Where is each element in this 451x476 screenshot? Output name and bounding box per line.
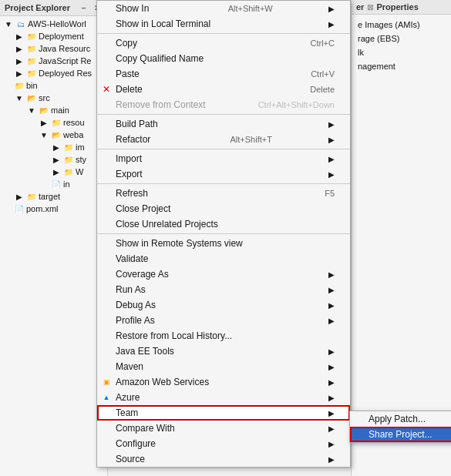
folder-icon: 📁 [63,166,74,177]
menu-item-run-as[interactable]: Run As ▶ [97,282,350,297]
menu-label: Paste [116,69,140,79]
arrow-icon: ▶ [328,317,335,325]
tree-item-weba[interactable]: ▼ 📂 weba [0,129,107,141]
tree-item-deployed[interactable]: ▶ 📁 Deployed Res [0,67,107,79]
right-panel-item-management[interactable]: nagement [356,59,446,73]
arrow-icon: ▶ [328,363,335,371]
menu-item-export[interactable]: Export ▶ [97,166,350,182]
right-panel-item-ebs[interactable]: rage (EBS) [356,32,446,45]
menu-separator [97,149,350,149]
menu-item-validate[interactable]: Validate [97,251,350,266]
menu-item-source[interactable]: Source ▶ [97,451,350,467]
tree-item-sty[interactable]: ▶ 📁 sty [0,153,107,166]
menu-item-refactor[interactable]: Refactor Alt+Shift+T ▶ [97,132,350,147]
expand-icon: ▼ [39,129,49,140]
menu-separator [97,114,350,115]
menu-label: Refresh [116,188,148,199]
tree-item-in[interactable]: 📄 in [0,178,107,190]
folder-icon: 📂 [51,129,62,140]
right-panel-item-amis[interactable]: e Images (AMIs) [356,18,446,32]
menu-label: Show in Local Terminal [116,18,210,29]
right-panel-tab-properties[interactable]: Properties [376,2,418,12]
menu-item-debug-as[interactable]: Debug As ▶ [97,297,350,313]
submenu-item-share-project[interactable]: Share Project... [350,427,451,442]
menu-item-compare-with[interactable]: Compare With ▶ [97,421,350,436]
expand-icon: ▼ [14,92,25,103]
expand-icon: ▶ [51,142,62,153]
tree-label: W [76,167,83,176]
menu-item-copy-qualified[interactable]: Copy Qualified Name [97,51,350,66]
tree-item-resou[interactable]: ▶ 📁 resou [0,116,107,129]
tree-item-bin[interactable]: 📁 bin [0,79,107,92]
menu-item-show-local-terminal[interactable]: Show in Local Terminal ▶ [97,16,350,32]
menu-item-profile-as[interactable]: Profile As ▶ [97,313,350,328]
tree-item-src[interactable]: ▼ 📂 src [0,92,107,104]
menu-shortcut: Alt+Shift+W [205,4,273,13]
menu-shortcut: Ctrl+Alt+Shift+Down [235,100,335,109]
menu-item-remove-context[interactable]: Remove from Context Ctrl+Alt+Shift+Down [97,97,350,112]
menu-item-configure[interactable]: Configure ▶ [97,436,350,451]
menu-shortcut: Ctrl+C [288,39,335,48]
menu-item-aws[interactable]: ▣ Amazon Web Services ▶ [97,374,350,390]
tree-item-pom[interactable]: 📄 pom.xml [0,203,107,215]
folder-icon: 📂 [39,105,49,116]
tree-item-project[interactable]: ▼ 🗂 AWS-HelloWorl [0,18,107,30]
tree-item-java-res[interactable]: ▶ 📁 Java Resourc [0,42,107,55]
item-label: nagement [358,62,395,71]
right-panel-content: e Images (AMIs) rage (EBS) lk nagement [352,15,451,76]
menu-item-close-project[interactable]: Close Project [97,201,350,216]
expand-icon: ▶ [14,43,25,54]
tree-item-target[interactable]: ▶ 📁 target [0,190,107,203]
menu-label: Copy Qualified Name [116,53,204,64]
tree-item-w[interactable]: ▶ 📁 W [0,166,107,178]
arrow-icon: ▶ [328,455,335,464]
tree-item-deployment[interactable]: ▶ 📁 Deployment [0,30,107,42]
submenu-item-apply-patch[interactable]: Apply Patch... [350,411,451,427]
tree-label: AWS-HelloWorl [28,19,86,28]
menu-item-maven[interactable]: Maven ▶ [97,359,350,374]
menu-item-refresh[interactable]: Refresh F5 [97,186,350,201]
right-panel-item-lk[interactable]: lk [356,45,446,59]
menu-label: Debug As [116,300,156,310]
menu-item-delete[interactable]: ✕ Delete Delete [97,82,350,97]
menu-separator [97,233,350,234]
tree-label: in [63,179,70,189]
menu-item-copy[interactable]: Copy Ctrl+C [97,35,350,51]
menu-shortcut: Delete [287,85,335,94]
menu-item-restore-history[interactable]: Restore from Local History... [97,328,350,344]
menu-shortcut: Alt+Shift+T [207,135,271,144]
menu-label: Run As [116,284,146,295]
tree-item-js-res[interactable]: ▶ 📁 JavaScript Re [0,55,107,67]
menu-label: Source [116,454,145,464]
project-tree: ▼ 🗂 AWS-HelloWorl ▶ 📁 Deployment ▶ 📁 Jav… [0,16,107,216]
menu-item-build-path[interactable]: Build Path ▶ [97,116,350,132]
menu-label: Import [116,153,142,164]
expand-icon: ▶ [14,55,25,66]
tree-item-main[interactable]: ▼ 📂 main [0,104,107,116]
folder-icon: 📁 [14,80,25,91]
menu-item-team[interactable]: Team ▶ [97,405,350,421]
menu-item-java-ee-tools[interactable]: Java EE Tools ▶ [97,344,350,359]
folder-icon: 📁 [63,142,74,153]
minimize-icon[interactable]: − [79,2,89,13]
menu-item-show-remote[interactable]: Show in Remote Systems view [97,236,350,251]
expand-icon: ▼ [26,105,37,116]
menu-item-import[interactable]: Import ▶ [97,151,350,166]
menu-item-coverage-as[interactable]: Coverage As ▶ [97,266,350,282]
menu-item-azure[interactable]: ▲ Azure ▶ [97,390,350,405]
menu-separator [97,183,350,184]
arrow-icon: ▶ [328,270,335,279]
right-panel-header: er ⊠ Properties [352,0,451,15]
arrow-icon: ▶ [328,424,335,433]
menu-item-paste[interactable]: Paste Ctrl+V [97,66,350,82]
menu-item-show-in[interactable]: Show In Alt+Shift+W ▶ [97,1,350,16]
item-label: lk [358,48,364,57]
right-panel-tab-er[interactable]: er [356,2,364,12]
menu-label: Restore from Local History... [116,330,232,341]
menu-item-close-unrelated[interactable]: Close Unrelated Projects [97,216,350,232]
menu-label: Copy [116,38,137,49]
folder-icon: 📁 [26,191,37,202]
expand-icon: ▶ [51,166,62,177]
tree-item-im[interactable]: ▶ 📁 im [0,141,107,153]
right-panel: er ⊠ Properties e Images (AMIs) rage (EB… [351,0,451,476]
